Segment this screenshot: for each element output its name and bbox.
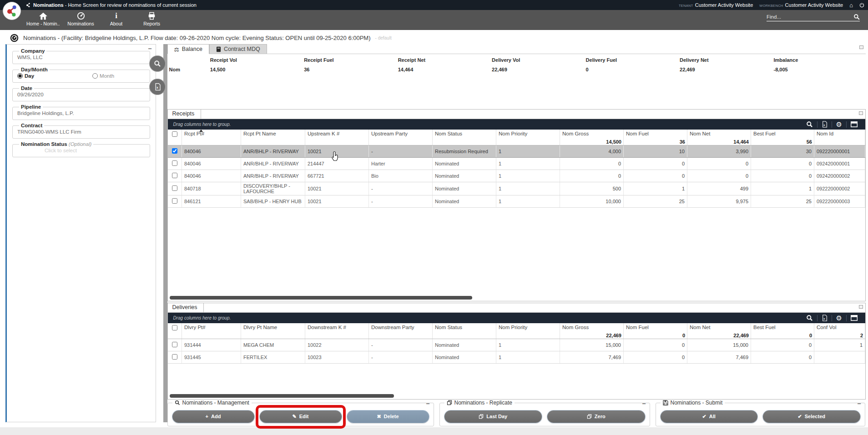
month-radio-option[interactable]: Month: [92, 73, 114, 79]
search-icon[interactable]: [853, 14, 860, 20]
grid-search-icon[interactable]: [802, 315, 817, 321]
power-icon[interactable]: [859, 3, 864, 8]
column-header-nom-fuel[interactable]: Nom Fuel36: [624, 130, 687, 145]
column-header-nom-id[interactable]: Nom Id: [814, 130, 865, 145]
select-all-checkbox[interactable]: [172, 131, 177, 137]
copy-icon: [479, 414, 484, 419]
house-icon: [39, 11, 48, 20]
receipts-hscrollbar[interactable]: [168, 294, 866, 301]
add-button[interactable]: + Add: [172, 410, 254, 423]
collapse-management-icon[interactable]: −: [426, 400, 429, 407]
tab-receipts[interactable]: Receipts: [168, 110, 202, 119]
table-row[interactable]: 840046ANR/BHLP - RIVERWAY667721BioNomina…: [168, 170, 865, 182]
receipts-groupbar[interactable]: Drag columns here to group. x ⚙: [168, 119, 866, 130]
row-checkbox[interactable]: [172, 198, 177, 204]
column-header-nom-priority[interactable]: Nom Priority: [496, 130, 560, 145]
grid-search-icon[interactable]: [802, 121, 817, 128]
tab-contract-mdq[interactable]: Contract MDQ: [209, 44, 267, 54]
table-row[interactable]: 840046ANR/BHLP - RIVERWAY214447HarterNom…: [168, 157, 865, 170]
export-excel-button[interactable]: x: [149, 79, 166, 95]
contract-value[interactable]: TRNG0400-WMS LLC Firm: [16, 129, 146, 135]
date-value[interactable]: 09/26/2020: [16, 91, 146, 98]
month-radio[interactable]: [92, 73, 98, 79]
cell: 667721: [305, 170, 369, 182]
column-header-best-fuel[interactable]: Best Fuel56: [751, 130, 814, 145]
table-row[interactable]: 931444MEGA CHEM10022-Nominated115,000015…: [168, 339, 865, 351]
column-header-nom-net[interactable]: Nom Net22,469: [687, 323, 751, 339]
edit-button[interactable]: ✎ Edit: [260, 410, 342, 423]
collapse-panel-icon[interactable]: −: [148, 45, 151, 52]
deliveries-hscrollbar[interactable]: [168, 392, 866, 399]
zero-button[interactable]: Zero: [547, 410, 645, 423]
expand-receipts-icon[interactable]: [859, 111, 863, 115]
nav-item-about[interactable]: i About: [102, 11, 131, 26]
nomination-status-placeholder[interactable]: Click to select: [16, 147, 146, 154]
column-header-downstream-party[interactable]: Downstream Party: [369, 323, 433, 339]
delete-button[interactable]: ✖ Delete: [347, 410, 429, 423]
row-checkbox[interactable]: [172, 160, 177, 166]
row-checkbox[interactable]: [172, 173, 177, 178]
table-row[interactable]: 846121SAB/BHLP - HENRY HUB10021-Nominate…: [168, 195, 865, 207]
date-field[interactable]: Date 09/26/2020: [12, 85, 150, 101]
cell: Bio: [369, 170, 433, 182]
column-header-nom-fuel[interactable]: Nom Fuel0: [624, 323, 687, 339]
home-icon[interactable]: ⌂: [849, 2, 853, 8]
column-header-nom-gross[interactable]: Nom Gross14,500: [560, 130, 624, 145]
table-row[interactable]: 931445FERTILEX10023-Nominated17,46907,46…: [168, 351, 865, 363]
find-input[interactable]: [767, 14, 853, 20]
tab-balance[interactable]: ⚖ Balance: [167, 44, 209, 54]
column-header-conf-vol[interactable]: Conf Vol2: [814, 323, 865, 339]
collapse-submit-icon[interactable]: −: [857, 400, 861, 407]
contract-field[interactable]: Contract TRNG0400-WMS LLC Firm: [12, 123, 150, 139]
expand-deliveries-icon[interactable]: [859, 305, 863, 309]
column-header-upstream-party[interactable]: Upstream Party: [369, 130, 433, 145]
nav-item-home[interactable]: Home - Nomin..: [26, 11, 60, 26]
day-radio[interactable]: [17, 73, 23, 79]
column-header-nom-gross[interactable]: Nom Gross22,469: [560, 323, 624, 339]
row-checkbox[interactable]: [172, 185, 177, 191]
grid-export-excel-icon[interactable]: x: [818, 315, 832, 321]
grid-export-excel-icon[interactable]: x: [818, 121, 832, 128]
column-header-nom-priority[interactable]: Nom Priority: [496, 323, 560, 339]
print-icon: [147, 11, 156, 20]
column-header-rcpt-pt-name[interactable]: Rcpt Pt Name: [241, 130, 305, 145]
receipts-hscroll-thumb[interactable]: [170, 296, 472, 300]
collapse-replicate-icon[interactable]: −: [642, 400, 646, 407]
deliveries-hscroll-thumb[interactable]: [170, 394, 394, 398]
row-checkbox[interactable]: [172, 148, 177, 154]
column-header-nom-net[interactable]: Nom Net14,464: [687, 130, 751, 145]
grid-window-icon[interactable]: [847, 121, 862, 127]
day-radio-option[interactable]: Day: [17, 73, 34, 79]
select-all-checkbox[interactable]: [172, 325, 177, 330]
panel-splitter[interactable]: [163, 44, 167, 422]
company-field[interactable]: Company WMS, LLC: [12, 48, 150, 64]
search-nominations-button[interactable]: [149, 55, 166, 72]
grid-settings-gear-icon[interactable]: ⚙: [832, 315, 846, 321]
last-day-button[interactable]: Last Day: [444, 410, 542, 423]
grid-window-icon[interactable]: [847, 315, 862, 321]
column-header-dlvry-pt-name[interactable]: Dlvry Pt Name: [241, 323, 305, 339]
tab-deliveries[interactable]: Deliveries: [168, 303, 204, 312]
column-header-best-fuel[interactable]: Best Fuel0: [751, 323, 814, 339]
grid-settings-gear-icon[interactable]: ⚙: [832, 121, 846, 128]
nav-item-reports[interactable]: Reports: [137, 11, 167, 26]
submit-all-button[interactable]: ✔ All: [661, 410, 758, 423]
column-header-dlvry-pt[interactable]: Dlvry Pt#: [182, 323, 241, 339]
pipeline-field[interactable]: Pipeline Bridgeline Holdings, L.P.: [12, 104, 150, 120]
nav-item-nominations[interactable]: Nominations: [66, 11, 96, 26]
nomination-status-field[interactable]: Nomination Status (Optional) Click to se…: [12, 141, 150, 157]
expand-balance-icon[interactable]: [859, 45, 863, 49]
column-header-rcpt-pt[interactable]: Rcpt Pt#: [182, 130, 241, 145]
row-checkbox[interactable]: [172, 354, 177, 360]
pipeline-value[interactable]: Bridgeline Holdings, L.P.: [16, 110, 146, 117]
table-row[interactable]: 840718DISCOVERY/BHLP - LAFOURCHE10021-No…: [168, 182, 865, 195]
column-header-downstream-k[interactable]: Downstream K #: [305, 323, 369, 339]
deliveries-groupbar[interactable]: Drag columns here to group. x ⚙: [168, 313, 866, 323]
company-value[interactable]: WMS, LLC: [16, 54, 146, 61]
column-header-nom-status[interactable]: Nom Status: [433, 323, 496, 339]
row-checkbox[interactable]: [172, 342, 177, 347]
submit-selected-button[interactable]: ✔ Selected: [763, 410, 860, 423]
column-header-nom-status[interactable]: Nom Status: [433, 130, 496, 145]
table-row[interactable]: 840046ANR/BHLP - RIVERWAY10021-Resubmiss…: [168, 145, 865, 157]
column-header-upstream-k[interactable]: Upstream K #: [305, 130, 369, 145]
